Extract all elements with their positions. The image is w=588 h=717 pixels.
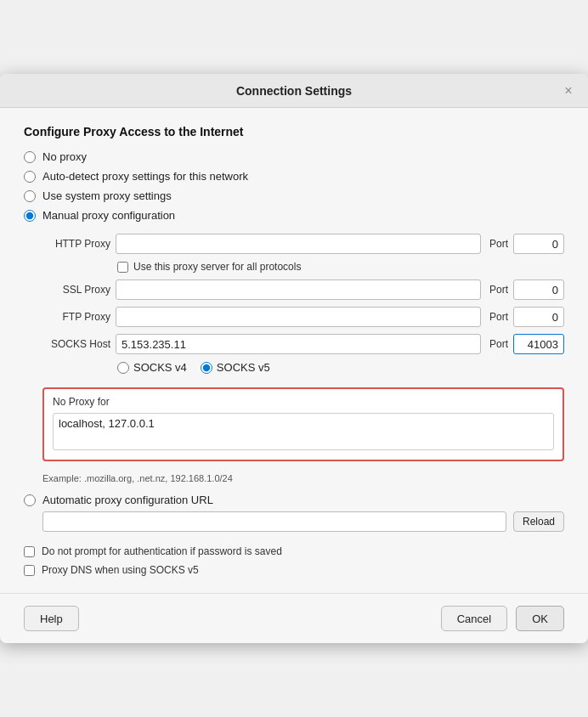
ssl-proxy-label: SSL Proxy (42, 284, 110, 296)
radio-auto-detect-input[interactable] (24, 171, 36, 183)
titlebar: Connection Settings × (0, 74, 588, 108)
connection-settings-dialog: Connection Settings × Configure Proxy Ac… (0, 74, 588, 643)
dialog-title: Connection Settings (236, 84, 352, 98)
radio-manual-proxy[interactable]: Manual proxy configuration (24, 209, 564, 222)
radio-system-proxy[interactable]: Use system proxy settings (24, 189, 564, 202)
ssl-port-input[interactable] (513, 279, 564, 300)
http-port-input[interactable] (513, 234, 564, 254)
socks-v4-item[interactable]: SOCKS v4 (117, 361, 187, 374)
socks-port-input[interactable] (513, 334, 564, 354)
proxy-radio-group: No proxy Auto-detect proxy settings for … (24, 150, 564, 222)
socks-v5-radio[interactable] (201, 362, 212, 374)
socks-port-label: Port (489, 338, 508, 350)
http-port-label: Port (489, 238, 508, 250)
ssl-proxy-input[interactable] (116, 279, 481, 300)
radio-manual-proxy-label: Manual proxy configuration (42, 209, 175, 222)
auto-proxy-url-input[interactable] (42, 511, 506, 532)
ftp-port-label: Port (489, 311, 508, 323)
auto-proxy-field-row: Reload (42, 511, 564, 532)
proxy-dns-checkbox[interactable] (24, 565, 35, 576)
section-title: Configure Proxy Access to the Internet (24, 125, 564, 138)
manual-proxy-fields: HTTP Proxy Port Use this proxy server fo… (42, 234, 564, 483)
help-button[interactable]: Help (24, 606, 79, 631)
http-proxy-label: HTTP Proxy (42, 238, 110, 250)
ssl-port-label: Port (489, 284, 508, 296)
no-auth-prompt-label: Do not prompt for authentication if pass… (42, 545, 282, 557)
no-proxy-example: Example: .mozilla.org, .net.nz, 192.168.… (42, 473, 564, 483)
no-proxy-box: No Proxy for localhost, 127.0.0.1 (42, 387, 564, 461)
radio-auto-detect[interactable]: Auto-detect proxy settings for this netw… (24, 170, 564, 183)
no-proxy-textarea[interactable]: localhost, 127.0.0.1 (53, 413, 554, 450)
ftp-proxy-row: FTP Proxy Port (42, 307, 564, 327)
radio-no-proxy-label: No proxy (42, 150, 87, 163)
auto-proxy-row: Automatic proxy configuration URL (24, 494, 564, 506)
http-proxy-input[interactable] (116, 234, 481, 254)
http-proxy-row: HTTP Proxy Port (42, 234, 564, 254)
no-auth-prompt-checkbox[interactable] (24, 546, 35, 557)
radio-system-proxy-input[interactable] (24, 190, 36, 202)
socks-v5-item[interactable]: SOCKS v5 (201, 361, 270, 374)
ftp-proxy-label: FTP Proxy (42, 311, 110, 323)
socks-host-row: SOCKS Host Port (42, 334, 564, 354)
proxy-dns-label: Proxy DNS when using SOCKS v5 (42, 564, 199, 576)
socks-host-label: SOCKS Host (42, 338, 110, 350)
proxy-dns-row[interactable]: Proxy DNS when using SOCKS v5 (24, 564, 564, 576)
cancel-button[interactable]: Cancel (441, 606, 507, 631)
ssl-proxy-row: SSL Proxy Port (42, 279, 564, 300)
ftp-port-input[interactable] (513, 307, 564, 327)
radio-auto-proxy-url-label: Automatic proxy configuration URL (42, 494, 213, 506)
radio-manual-proxy-input[interactable] (24, 210, 36, 222)
socks-v5-label: SOCKS v5 (217, 361, 270, 374)
ftp-proxy-input[interactable] (116, 307, 481, 327)
radio-auto-detect-label: Auto-detect proxy settings for this netw… (42, 170, 248, 183)
socks-version-row: SOCKS v4 SOCKS v5 (117, 361, 564, 374)
all-protocols-row: Use this proxy server for all protocols (117, 261, 564, 273)
bottom-checkboxes: Do not prompt for authentication if pass… (24, 545, 564, 576)
socks-v4-radio[interactable] (117, 362, 129, 374)
all-protocols-label: Use this proxy server for all protocols (133, 261, 301, 273)
close-button[interactable]: × (561, 83, 576, 99)
radio-auto-proxy-url-input[interactable] (24, 494, 36, 506)
ok-button[interactable]: OK (516, 606, 564, 631)
socks-v4-label: SOCKS v4 (133, 361, 187, 374)
radio-auto-proxy-url[interactable]: Automatic proxy configuration URL (24, 494, 213, 506)
radio-no-proxy[interactable]: No proxy (24, 150, 564, 163)
no-proxy-label: No Proxy for (53, 396, 554, 408)
reload-button[interactable]: Reload (513, 511, 564, 532)
content-area: Configure Proxy Access to the Internet N… (0, 108, 588, 593)
socks-host-input[interactable] (116, 334, 481, 354)
no-auth-prompt-row[interactable]: Do not prompt for authentication if pass… (24, 545, 564, 557)
footer-right: Cancel OK (441, 606, 564, 631)
radio-no-proxy-input[interactable] (24, 151, 36, 163)
radio-system-proxy-label: Use system proxy settings (42, 189, 172, 202)
footer: Help Cancel OK (0, 593, 588, 643)
all-protocols-checkbox[interactable] (117, 262, 128, 273)
